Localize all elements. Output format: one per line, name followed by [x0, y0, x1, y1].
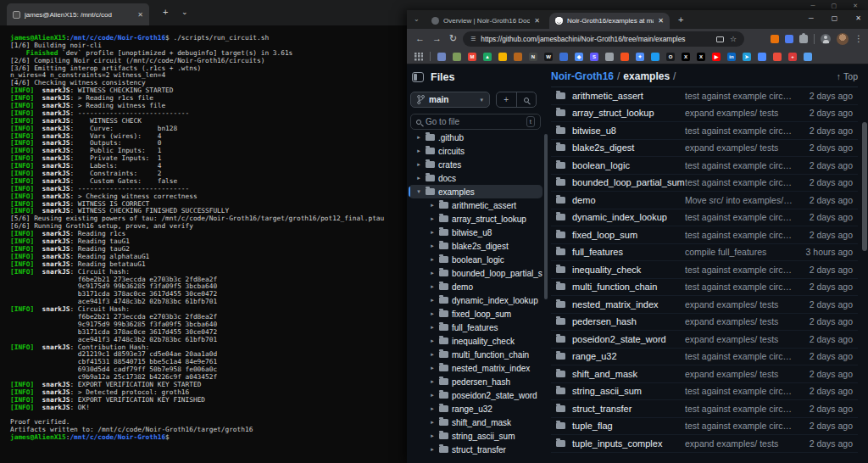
- file-name-link[interactable]: multi_function_chain: [572, 282, 657, 292]
- tree-item-range_u32[interactable]: ▸range_u32: [409, 402, 542, 416]
- chevron-right-icon[interactable]: ▸: [429, 432, 436, 439]
- file-name-link[interactable]: bounded_loop_partial_sum: [572, 177, 685, 187]
- chevron-down-icon[interactable]: ▾: [415, 188, 422, 195]
- bookmark-favicon[interactable]: in: [727, 53, 736, 61]
- file-name-cell[interactable]: struct_transfer: [556, 404, 685, 414]
- bookmark-favicon[interactable]: ✦: [636, 53, 644, 61]
- tree-item-demo[interactable]: ▸demo: [409, 280, 542, 293]
- tree-item-boolean_logic[interactable]: ▸boolean_logic: [409, 253, 542, 266]
- chevron-right-icon[interactable]: ▸: [415, 175, 422, 181]
- bookmark-favicon[interactable]: X: [697, 53, 705, 61]
- sidebar-scrollbar[interactable]: [544, 134, 548, 299]
- commit-message-link[interactable]: test against example circuits: [685, 212, 800, 222]
- terminal-tab-dropdown-icon[interactable]: ⌄: [181, 8, 188, 16]
- file-name-link[interactable]: inequality_check: [572, 265, 641, 275]
- file-name-cell[interactable]: demo: [556, 195, 685, 205]
- bookmark-favicon[interactable]: W: [544, 53, 553, 61]
- chevron-right-icon[interactable]: ▸: [415, 148, 422, 154]
- tree-item-.github[interactable]: ▸.github: [409, 131, 542, 144]
- chevron-right-icon[interactable]: ▸: [429, 256, 436, 263]
- tree-item-struct_transfer[interactable]: ▸struct_transfer: [409, 443, 542, 456]
- terminal-close-button[interactable]: ✕: [853, 3, 858, 9]
- commit-message-link[interactable]: expand examples/ tests: [685, 108, 800, 118]
- bookmark-favicon[interactable]: [758, 53, 766, 61]
- browser-tab-overview[interactable]: Overview | Noir-Groth16 Docu ✕: [426, 13, 546, 29]
- commit-message-link[interactable]: test against example circuits: [685, 265, 800, 275]
- bookmark-favicon[interactable]: [620, 53, 629, 61]
- commit-message-link[interactable]: test against example circuits: [685, 91, 800, 101]
- install-app-icon[interactable]: [716, 36, 724, 42]
- terminal-minimize-button[interactable]: ─: [811, 3, 815, 9]
- commit-message-link[interactable]: test against example circuits: [685, 282, 800, 292]
- bookmark-favicon[interactable]: [437, 53, 446, 61]
- file-name-link[interactable]: pedersen_hash: [572, 316, 637, 326]
- file-name-cell[interactable]: full_features: [556, 247, 685, 257]
- file-name-cell[interactable]: multi_function_chain: [556, 282, 685, 292]
- chevron-right-icon[interactable]: ▸: [429, 202, 436, 209]
- commit-message-link[interactable]: Move src/ into examples/demo: [685, 195, 800, 205]
- tree-item-string_ascii_sum[interactable]: ▸string_ascii_sum: [409, 429, 542, 443]
- address-bar[interactable]: ☰ https://github.com/jamesbachini/Noir-G…: [463, 31, 744, 47]
- chevron-right-icon[interactable]: ▸: [429, 243, 436, 249]
- file-name-cell[interactable]: array_struct_lookup: [556, 108, 685, 118]
- site-info-icon[interactable]: ☰: [470, 36, 476, 42]
- file-name-cell[interactable]: shift_and_mask: [556, 369, 685, 379]
- bookmark-favicon[interactable]: [804, 53, 812, 61]
- breadcrumb-repo-link[interactable]: Noir-Groth16: [551, 70, 614, 82]
- chevron-right-icon[interactable]: ▸: [429, 351, 436, 358]
- file-name-cell[interactable]: nested_matrix_index: [556, 299, 685, 310]
- chevron-right-icon[interactable]: ▸: [429, 229, 436, 236]
- tree-item-bitwise_u8[interactable]: ▸bitwise_u8: [409, 226, 542, 239]
- terminal-maximize-button[interactable]: ▢: [832, 3, 837, 9]
- forward-button[interactable]: →: [432, 33, 442, 44]
- file-name-link[interactable]: struct_transfer: [572, 404, 632, 414]
- file-name-cell[interactable]: string_ascii_sum: [556, 386, 685, 396]
- tree-item-full_features[interactable]: ▸full_features: [409, 321, 542, 334]
- chevron-right-icon[interactable]: ▸: [429, 283, 436, 290]
- browser-tab-github-examples[interactable]: Noir-Groth16/examples at mai ✕: [549, 13, 670, 29]
- file-name-link[interactable]: array_struct_lookup: [572, 108, 654, 118]
- commit-message-link[interactable]: expand examples/ tests: [685, 334, 800, 344]
- tree-item-multi_function_chain[interactable]: ▸multi_function_chain: [409, 348, 542, 361]
- commit-message-link[interactable]: test against example circuits: [685, 421, 800, 431]
- tree-item-poseidon2_state_word[interactable]: ▸poseidon2_state_word: [409, 388, 542, 402]
- file-name-link[interactable]: string_ascii_sum: [572, 386, 642, 396]
- terminal-tab[interactable]: james@AlienX15: /mnt/c/cod ✕: [7, 3, 149, 25]
- chevron-right-icon[interactable]: ▸: [429, 324, 436, 331]
- chevron-right-icon[interactable]: ▸: [415, 161, 422, 168]
- terminal-new-tab-button[interactable]: +: [163, 7, 168, 17]
- bookmark-favicon[interactable]: N: [529, 53, 537, 61]
- tree-item-shift_and_mask[interactable]: ▸shift_and_mask: [409, 416, 542, 429]
- go-to-file-input[interactable]: Go to file t: [410, 114, 541, 130]
- bookmark-favicon[interactable]: M: [468, 53, 476, 61]
- bookmark-favicon[interactable]: [773, 53, 782, 61]
- chevron-right-icon[interactable]: ▸: [429, 365, 436, 371]
- tree-item-examples[interactable]: ▾examples: [409, 185, 542, 198]
- commit-message-link[interactable]: test against example circuits: [685, 386, 800, 396]
- browser-menu-icon[interactable]: ⋮: [854, 33, 863, 45]
- terminal-output[interactable]: james@AlienX15:/mnt/c/code/Noir-Groth16$…: [10, 35, 384, 442]
- tree-item-inequality_check[interactable]: ▸inequality_check: [409, 334, 542, 348]
- file-name-link[interactable]: blake2s_digest: [572, 142, 634, 153]
- bookmark-favicon[interactable]: [514, 53, 522, 61]
- profile-sync-icon[interactable]: [821, 34, 831, 44]
- commit-message-link[interactable]: test against example circuits: [685, 177, 800, 187]
- tree-item-arithmetic_assert[interactable]: ▸arithmetic_assert: [409, 198, 542, 212]
- file-name-cell[interactable]: pedersen_hash: [556, 316, 685, 326]
- bookmark-favicon[interactable]: ▶: [712, 53, 721, 61]
- back-button[interactable]: ←: [415, 33, 425, 44]
- file-name-link[interactable]: nested_matrix_index: [572, 299, 659, 310]
- chevron-right-icon[interactable]: ▸: [429, 297, 436, 304]
- tab-close-icon[interactable]: ✕: [534, 17, 540, 25]
- chevron-right-icon[interactable]: ▸: [429, 392, 436, 399]
- extension-icon[interactable]: [771, 35, 779, 43]
- tree-item-pedersen_hash[interactable]: ▸pedersen_hash: [409, 375, 542, 388]
- bookmark-favicon[interactable]: ◆: [575, 53, 583, 61]
- tree-item-circuits[interactable]: ▸circuits: [409, 144, 542, 158]
- file-name-link[interactable]: demo: [572, 195, 596, 205]
- tree-item-array_struct_lookup[interactable]: ▸array_struct_lookup: [409, 212, 542, 226]
- tree-item-bounded_loop_partial_sum[interactable]: ▸bounded_loop_partial_sum: [409, 266, 542, 280]
- file-name-link[interactable]: tuple_flag: [572, 421, 613, 431]
- file-name-cell[interactable]: arithmetic_assert: [556, 91, 685, 101]
- bookmark-favicon[interactable]: S: [590, 53, 598, 61]
